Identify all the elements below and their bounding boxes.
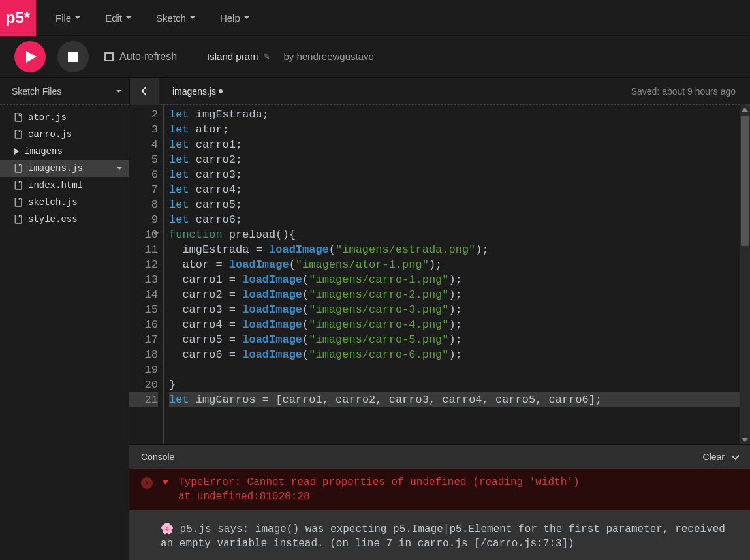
stop-button[interactable] — [57, 41, 89, 72]
file-style-css[interactable]: style.css — [0, 211, 129, 228]
play-button[interactable] — [14, 41, 46, 72]
p5-logo: p5* — [0, 0, 36, 36]
checkbox-icon[interactable] — [104, 52, 114, 61]
file-carro-js[interactable]: carro.js — [0, 126, 129, 143]
scrollbar-thumb[interactable] — [741, 116, 749, 246]
play-icon — [26, 51, 37, 63]
unsaved-dot-icon — [219, 89, 223, 93]
menubar: p5* FileEditSketchHelp — [0, 0, 750, 36]
chevron-down-icon[interactable] — [117, 167, 122, 170]
file-icon — [14, 215, 23, 224]
file-icon — [14, 113, 23, 122]
console-warning: 🌸 p5.js says: image() was expecting p5.I… — [129, 510, 750, 560]
file-icon — [14, 198, 23, 207]
menu-file[interactable]: File — [55, 12, 80, 23]
file-ator-js[interactable]: ator.js — [0, 109, 129, 126]
stop-icon — [68, 52, 78, 62]
menu-help[interactable]: Help — [220, 12, 249, 23]
file-icon — [14, 181, 23, 190]
scrollbar[interactable] — [740, 105, 750, 444]
chevron-down-icon — [116, 90, 121, 93]
auto-refresh-toggle[interactable]: Auto-refresh — [104, 51, 177, 63]
code-line[interactable]: imgEstrada = loadImage("imagens/estrada.… — [169, 242, 750, 257]
author-link[interactable]: hendreewgustavo — [296, 51, 373, 62]
code-line[interactable]: let carro5; — [169, 197, 750, 212]
error-location: at undefined:81020:28 — [178, 490, 580, 504]
chevron-left-icon — [141, 87, 149, 95]
code-line[interactable]: let imgEstrada; — [169, 107, 750, 122]
code-line[interactable]: } — [169, 377, 750, 392]
auto-refresh-label: Auto-refresh — [119, 51, 177, 63]
scroll-up-icon[interactable] — [742, 108, 748, 112]
code-line[interactable]: let carro4; — [169, 182, 750, 197]
code-line[interactable]: carro2 = loadImage("imagens/carro-2.png"… — [169, 287, 750, 302]
chevron-down-icon[interactable] — [731, 452, 740, 460]
code-line[interactable]: let carro2; — [169, 152, 750, 167]
save-status: Saved: about 9 hours ago — [631, 86, 750, 97]
console-error: ✕ TypeError: Cannot read properties of u… — [129, 469, 750, 510]
error-message: TypeError: Cannot read properties of und… — [178, 475, 580, 490]
file-sketch-js[interactable]: sketch.js — [0, 194, 129, 211]
code-line[interactable]: carro3 = loadImage("imagens/carro-3.png"… — [169, 302, 750, 317]
code-editor[interactable]: 23456789101112131415161718192021 let img… — [129, 105, 750, 444]
clear-button[interactable]: Clear — [703, 452, 725, 462]
scroll-down-icon[interactable] — [742, 438, 748, 442]
menu-sketch[interactable]: Sketch — [156, 12, 195, 23]
code-line[interactable]: carro6 = loadImage("imagens/carro-6.png"… — [169, 347, 750, 362]
chevron-down-icon — [244, 16, 249, 19]
code-line[interactable]: carro4 = loadImage("imagens/carro-4.png"… — [169, 317, 750, 332]
current-file-tab[interactable]: imagens.js — [159, 86, 236, 97]
folder-icon — [14, 148, 19, 155]
edit-icon[interactable]: ✎ — [263, 52, 270, 61]
error-icon: ✕ — [141, 477, 153, 489]
code-line[interactable]: carro1 = loadImage("imagens/carro-1.png"… — [169, 272, 750, 287]
project-name[interactable]: Island pram ✎ — [207, 51, 270, 62]
file-tree: ator.jscarro.jsimagensimagens.jsindex.ht… — [0, 105, 129, 560]
file-icon — [14, 164, 23, 173]
chevron-down-icon — [190, 16, 195, 19]
code-line[interactable]: carro5 = loadImage("imagens/carro-5.png"… — [169, 332, 750, 347]
chevron-down-icon — [126, 16, 131, 19]
code-line[interactable]: function preload(){ — [169, 227, 750, 242]
chevron-down-icon — [75, 16, 80, 19]
by-label: by hendreewgustavo — [283, 51, 373, 62]
code-line[interactable]: ator = loadImage("imagens/ator-1.png"); — [169, 257, 750, 272]
code-line[interactable]: let ator; — [169, 122, 750, 137]
toolbar: Auto-refresh Island pram ✎ by hendreewgu… — [0, 36, 750, 78]
workbar: Sketch Files imagens.js Saved: about 9 h… — [0, 78, 750, 105]
console-label: Console — [141, 452, 174, 462]
collapse-sidebar-button[interactable] — [129, 78, 159, 105]
collapse-icon[interactable] — [163, 480, 169, 485]
code-line[interactable]: let carro6; — [169, 212, 750, 227]
fold-icon[interactable] — [153, 232, 159, 236]
code-line[interactable] — [169, 362, 750, 377]
file-index-html[interactable]: index.html — [0, 177, 129, 194]
sketch-files-header[interactable]: Sketch Files — [0, 78, 129, 104]
code-line[interactable]: let imgCarros = [carro1, carro2, carro3,… — [169, 392, 750, 407]
project-name-text: Island pram — [207, 51, 258, 62]
menu-edit[interactable]: Edit — [105, 12, 131, 23]
code-line[interactable]: let carro3; — [169, 167, 750, 182]
line-gutter: 23456789101112131415161718192021 — [129, 105, 163, 444]
file-imagens[interactable]: imagens — [0, 143, 129, 160]
console-panel: Console Clear ✕ TypeError: Cannot read p… — [129, 444, 750, 560]
code-line[interactable]: let carro1; — [169, 137, 750, 152]
file-imagens-js[interactable]: imagens.js — [0, 160, 129, 177]
file-icon — [14, 130, 23, 139]
